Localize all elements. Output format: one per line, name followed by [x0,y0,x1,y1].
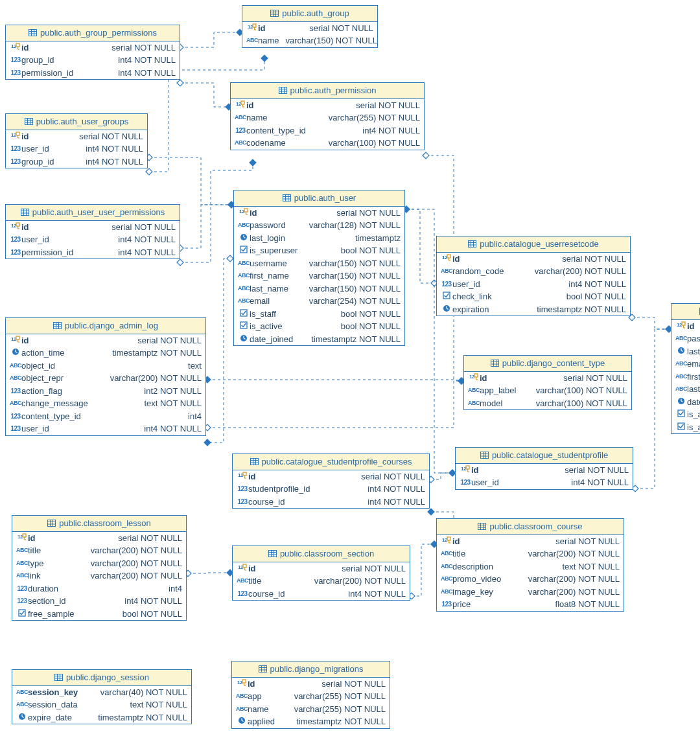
entity-table[interactable]: public.catalogue_userresetcode12idserial… [436,236,631,316]
column-row[interactable]: ABCpasswor [671,332,700,345]
entity-table-header[interactable]: public.catalogue_studentprofile_courses [233,454,429,470]
column-row[interactable]: 123user_idint4 NOT NULL [6,233,180,246]
entity-table[interactable]: public.auth_user_groups12idserial NOT NU… [5,113,148,168]
entity-table-header[interactable]: pu [671,304,700,320]
column-row[interactable]: ABCemailvarchar(254) NOT NULL [234,295,404,308]
column-row[interactable]: ABCcodenamevarchar(100) NOT NULL [231,137,424,150]
column-row[interactable]: ABClast_nam [671,383,700,396]
column-row[interactable]: expirationtimestamptz NOT NULL [437,303,630,316]
column-row[interactable]: 123permission_idint4 NOT NULL [6,246,180,259]
column-row[interactable]: last_logi [671,345,700,358]
column-row[interactable]: ABCrandom_codevarchar(200) NOT NULL [437,265,630,278]
column-row[interactable]: ABCusernamevarchar(150) NOT NULL [234,257,404,270]
column-row[interactable]: action_timetimestamptz NOT NULL [6,347,205,360]
entity-table[interactable]: public.auth_group_permissions12idserial … [5,25,180,80]
column-row[interactable]: last_logintimestamptz [234,232,404,245]
column-row[interactable]: is_active [671,408,700,421]
column-row[interactable]: 12idserial NOT NULL [6,130,147,143]
column-row[interactable]: 12idserial NOT NULL [234,207,404,220]
column-row[interactable]: ABCtitlevarchar(200) NOT NULL [233,575,410,588]
entity-table[interactable]: public.django_sessionABCsession_keyvarch… [12,669,192,724]
entity-table-header[interactable]: public.classroom_course [437,519,624,535]
column-row[interactable]: 123course_idint4 NOT NULL [233,496,429,509]
column-row[interactable]: 123group_idint4 NOT NULL [6,54,180,67]
column-row[interactable]: is_staffbool NOT NULL [234,308,404,321]
column-row[interactable]: 12idserial NOT NULL [437,535,624,548]
entity-table-header[interactable]: public.auth_group [242,6,377,22]
column-row[interactable]: 12idserial NOT NULL [6,334,205,347]
entity-table-header[interactable]: public.classroom_lesson [12,516,186,532]
column-row[interactable]: 12idserial NOT NULL [464,372,631,385]
column-row[interactable]: 123action_flagint2 NOT NULL [6,385,205,398]
column-row[interactable]: ABCsession_datatext NOT NULL [12,698,191,711]
column-row[interactable]: 123group_idint4 NOT NULL [6,155,147,168]
column-row[interactable]: ABCnamevarchar(255) NOT NULL [231,111,424,124]
entity-table-header[interactable]: public.auth_user_groups [6,114,147,130]
entity-table[interactable]: public.auth_permission12idserial NOT NUL… [230,82,425,150]
column-row[interactable]: 12idserial NOT NULL [456,464,633,477]
entity-table-header[interactable]: public.auth_permission [231,83,424,99]
column-row[interactable]: 123user_idint4 NOT NULL [456,476,633,489]
column-row[interactable]: ABCpasswordvarchar(128) NOT NULL [234,219,404,232]
column-row[interactable]: ABCnamevarchar(150) NOT NULL [242,34,377,47]
column-row[interactable]: 123user_idint4 NOT NULL [437,278,630,291]
column-row[interactable]: ABCobject_reprvarchar(200) NOT NULL [6,372,205,385]
column-row[interactable]: ABCfirst_nam [671,371,700,384]
column-row[interactable]: ABCnamevarchar(255) NOT NULL [232,703,390,716]
entity-table-header[interactable]: public.django_admin_log [6,318,205,334]
column-row[interactable]: 123pricefloat8 NOT NULL [437,598,624,611]
column-row[interactable]: check_linkbool NOT NULL [437,290,630,303]
entity-table-header[interactable]: public.catalogue_userresetcode [437,236,630,253]
column-row[interactable]: ABCappvarchar(255) NOT NULL [232,690,390,703]
entity-table[interactable]: public.auth_user_user_permissions12idser… [5,204,180,259]
column-row[interactable]: 123studentprofile_idint4 NOT NULL [233,483,429,496]
column-row[interactable]: 123course_idint4 NOT NULL [233,588,410,601]
column-row[interactable]: ABCmodelvarchar(100) NOT NULL [464,397,631,410]
entity-table-header[interactable]: public.auth_user [234,190,404,207]
entity-table[interactable]: public.classroom_course12idserial NOT NU… [436,518,624,612]
column-row[interactable]: ABCobject_idtext [6,360,205,373]
column-row[interactable]: 12idserial NOT NULL [12,532,186,545]
column-row[interactable]: 12idserial NOT NULL [6,41,180,54]
column-row[interactable]: ABCsession_keyvarchar(40) NOT NULL [12,686,191,699]
entity-table-header[interactable]: public.django_content_type [464,356,631,372]
column-row[interactable]: ABCdescriptiontext NOT NULL [437,560,624,573]
column-row[interactable]: 12idserial NOT NULL [233,562,410,575]
column-row[interactable]: ABCchange_messagetext NOT NULL [6,397,205,410]
column-row[interactable]: ABCtitlevarchar(200) NOT NULL [437,547,624,560]
column-row[interactable]: 12id [671,320,700,333]
column-row[interactable]: 123section_idint4 NOT NULL [12,595,186,608]
column-row[interactable]: is_activebool NOT NULL [234,320,404,333]
column-row[interactable]: 123user_idint4 NOT NULL [6,422,205,435]
column-row[interactable]: 123durationint4 [12,582,186,595]
column-row[interactable]: ABCimage_keyvarchar(200) NOT NULL [437,586,624,599]
column-row[interactable]: 12idserial NOT NULL [232,678,390,691]
entity-table[interactable]: public.catalogue_studentprofile_courses1… [232,454,430,509]
column-row[interactable]: appliedtimestamptz NOT NULL [232,715,390,728]
column-row[interactable]: 12idserial NOT NULL [242,22,377,35]
column-row[interactable]: date_joinedtimestamptz NOT NULL [234,333,404,346]
column-row[interactable]: ABCemail [671,358,700,371]
entity-table[interactable]: pu12idABCpassworlast_logiABCemailABCfirs… [671,303,700,434]
column-row[interactable]: ABCtypevarchar(200) NOT NULL [12,557,186,570]
column-row[interactable]: 12idserial NOT NULL [231,99,424,112]
column-row[interactable]: expire_datetimestamptz NOT NULL [12,711,191,724]
column-row[interactable]: ABCfirst_namevarchar(150) NOT NULL [234,270,404,282]
column-row[interactable]: is_superuserbool NOT NULL [234,244,404,257]
entity-table-header[interactable]: public.auth_group_permissions [6,25,180,41]
column-row[interactable]: free_samplebool NOT NULL [12,608,186,621]
entity-table[interactable]: public.classroom_section12idserial NOT N… [232,546,410,601]
column-row[interactable]: 12idserial NOT NULL [6,221,180,234]
entity-table-header[interactable]: public.catalogue_studentprofile [456,448,633,464]
column-row[interactable]: ABCpromo_videovarchar(200) NOT NULL [437,573,624,586]
entity-table[interactable]: public.django_admin_log12idserial NOT NU… [5,317,206,436]
entity-table[interactable]: public.auth_user12idserial NOT NULLABCpa… [233,190,405,346]
entity-table[interactable]: public.classroom_lesson12idserial NOT NU… [12,515,187,621]
column-row[interactable]: is_admin [671,421,700,434]
column-row[interactable]: 123permission_idint4 NOT NULL [6,67,180,80]
column-row[interactable]: 12idserial NOT NULL [437,253,630,266]
column-row[interactable]: ABCapp_labelvarchar(100) NOT NULL [464,384,631,397]
entity-table-header[interactable]: public.auth_user_user_permissions [6,205,180,221]
entity-table[interactable]: public.django_content_type12idserial NOT… [463,355,632,410]
column-row[interactable]: ABClinkvarchar(200) NOT NULL [12,569,186,582]
